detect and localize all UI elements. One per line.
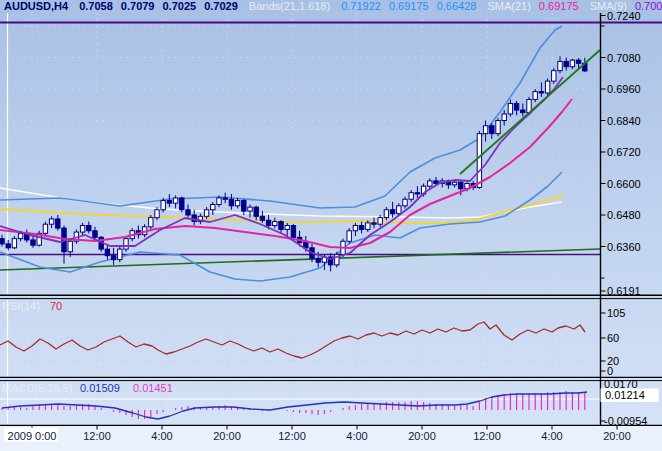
candle-bear [105,249,109,256]
candle-bear [459,182,463,189]
info-segment-bands-upper: 0.71922 [341,0,381,12]
chart-canvas: 0.72400.70800.69600.68400.67200.66000.64… [0,0,662,451]
candle-bull [502,114,506,121]
candle-bear [111,256,115,260]
candle-bear [291,226,295,238]
info-segment-sma21-value: 0.69175 [539,0,579,12]
candle-bull [68,241,72,251]
candle-bear [242,201,246,211]
candle-bull [285,226,289,230]
candle-bull [273,222,277,226]
candle-bull [43,224,47,233]
candle-bear [359,226,363,230]
macd-current-value: 0.01214 [605,389,645,401]
candle-bull [353,226,357,231]
candle-bull [155,210,159,218]
rsi-axis-label: 105 [607,307,625,319]
candle-bull [366,223,370,230]
time-axis-label: 12:00 [278,430,306,442]
candle-bear [56,219,60,228]
candle-bull [552,71,556,81]
candle-bear [260,216,264,220]
candle-bull [161,201,165,210]
candle-bear [415,193,419,194]
info-segment-ohlc-close: 0.7029 [204,0,238,12]
time-axis-label: 20:00 [213,430,241,442]
mt4-chart-window: 0.72400.70800.69600.68400.67200.66000.64… [0,0,662,451]
candle-bear [316,258,320,262]
candle-bear [180,198,184,210]
candle-bear [167,201,171,204]
candle-bull [570,60,574,67]
info-segment-symbol-timeframe: AUDUSD,H4 [4,0,69,12]
candle-bull [204,210,208,217]
candle-bear [93,231,97,238]
candle-bull [384,210,388,218]
candle-bear [514,103,518,110]
candle-bull [80,226,84,233]
candle-bear [279,222,283,230]
candle-bull [477,134,481,188]
info-segment-sma21-label: SMA(21) [487,0,530,12]
candle-bear [87,226,91,231]
macd-axis-label-bottom: -0.00954 [604,415,647,427]
price-axis-label: 0.7080 [607,52,641,64]
candle-bear [539,92,543,93]
macd-indicator-label: MACD(5,26,5) [2,382,72,394]
price-axis-label: 0.6480 [607,209,641,221]
candle-bull [18,233,22,238]
time-axis-label: 12:00 [473,430,501,442]
candle-bull [496,121,500,134]
candle-bear [490,126,494,134]
candle-bull [397,206,401,214]
time-axis-label: 20:00 [603,430,631,442]
candle-bear [31,240,35,245]
candle-bear [521,110,525,113]
info-segment-ohlc-low: 0.7025 [163,0,197,12]
candle-bear [6,244,10,248]
candle-bull [173,198,177,203]
price-axis-label: 0.6960 [607,83,641,95]
candle-bull [248,207,252,211]
candle-bull [347,231,351,241]
time-axis-label: 4:00 [151,430,172,442]
candle-bull [49,219,53,224]
candle-bear [229,199,233,206]
candle-bear [186,210,190,215]
rsi-level-value: 70 [50,300,62,312]
time-axis-label: 4:00 [541,430,562,442]
candle-bear [564,61,568,66]
candle-bear [223,198,227,199]
price-axis-label: 0.6600 [607,178,641,190]
candle-bull [124,239,128,249]
info-segment-bands-lower: 0.66428 [437,0,477,12]
candle-bull [149,218,153,227]
macd-signal-value: 0.01451 [133,382,173,394]
candle-bull [211,205,215,210]
candle-bear [576,60,580,63]
candle-bull [508,103,512,113]
candle-bull [235,201,239,206]
rsi-indicator-label: RSI(14) [2,300,40,312]
rsi-axis-label: 60 [607,332,619,344]
price-axis-label: 0.6720 [607,146,641,158]
candle-bull [483,126,487,134]
macd-main-value: 0.01509 [80,382,120,394]
info-segment-ohlc-high: 0.7079 [121,0,155,12]
candle-bull [452,182,456,185]
candle-bear [390,210,394,214]
candle-bull [12,239,16,248]
info-segment-sma9-value: 0.70027 [635,0,662,12]
candle-bear [0,239,4,244]
rsi-axis-label: 0 [607,365,613,377]
candle-bear [266,220,270,225]
info-segment-sma9-label: SMA(9) [590,0,627,12]
candle-bull [403,199,407,206]
candle-bull [378,218,382,225]
price-axis-label: 0.6840 [607,115,641,127]
info-segment-bands-middle: 0.69175 [389,0,429,12]
candle-bull [533,92,537,100]
candle-bull [428,181,432,186]
time-axis-label: 2009 0:00 [8,430,57,442]
info-segment-bands-label: Bands(21,1.618) [249,0,330,12]
